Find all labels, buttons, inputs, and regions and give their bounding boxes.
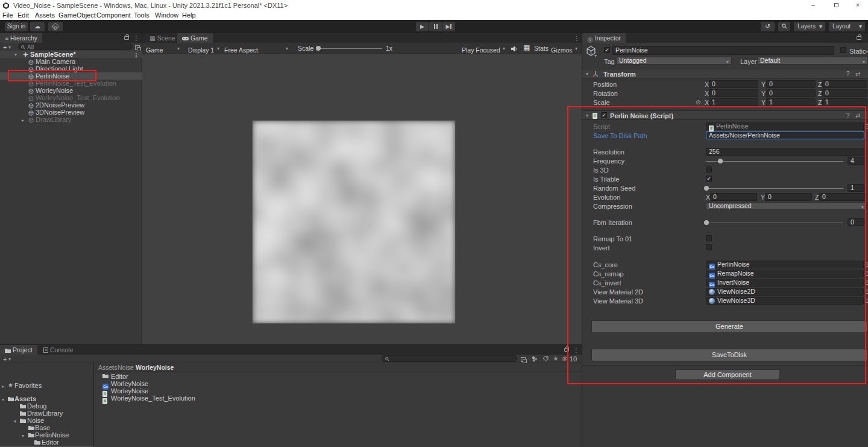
pause-button[interactable] (429, 22, 442, 31)
layout-dropdown[interactable]: Layout▾ (829, 22, 865, 31)
view-material-2d-object-field[interactable]: ViewNoise2D (706, 288, 864, 296)
view-material-3d-object-field[interactable]: ViewNoise3D (706, 297, 864, 305)
object-picker-icon[interactable]: ⊙ (864, 261, 868, 268)
tab-hierarchy[interactable]: ≡ Hierarchy (0, 33, 42, 43)
help-icon[interactable]: ? (846, 71, 850, 77)
hidden-count-icon[interactable] (562, 356, 568, 361)
evolution-y-field[interactable]: 0 (765, 193, 812, 201)
scene-row[interactable]: ▾ SampleScene* ⋮ (0, 51, 142, 58)
add-object-button[interactable]: + (3, 43, 7, 51)
hierarchy-item-2dnoisepreview[interactable]: 2DNoisePreview (0, 101, 142, 109)
compression-dropdown[interactable]: Uncompressed▾ (706, 202, 867, 210)
menu-file[interactable]: File (2, 11, 13, 19)
search-in-assets-icon[interactable] (521, 357, 526, 362)
script-menu-icon[interactable]: ⋮ (866, 112, 868, 121)
y-value-field[interactable]: 0 (766, 80, 816, 88)
asset-bundle-icon[interactable] (532, 356, 538, 362)
project-menu-icon[interactable]: ⋮ (573, 346, 579, 355)
resolution-text-field[interactable]: 256 (706, 148, 864, 156)
file-item-worleynoise_test_evolution[interactable]: #WorleyNoise_Test_Evolution (95, 395, 582, 402)
x-value-field[interactable]: 0 (709, 80, 758, 88)
hierarchy-item-perlinnoise[interactable]: PerlinNoise (0, 72, 142, 80)
favorites-star-icon[interactable]: ★ (553, 355, 559, 363)
remap-to-01-checkbox[interactable] (706, 235, 712, 241)
cs-remap-object-field[interactable]: CsRemapNoise (706, 270, 864, 277)
scene-picking-icon[interactable] (135, 45, 140, 50)
object-picker-icon[interactable]: ⊙ (864, 297, 868, 305)
tree-item-perlinnoise[interactable]: ▾PerlinNoise (0, 431, 94, 439)
tab-inspector[interactable]: i Inspector (582, 33, 626, 43)
is-tilable-checkbox[interactable]: ✓ (706, 176, 712, 182)
lock-icon[interactable] (857, 36, 861, 40)
cs-invert-object-field[interactable]: CsInvertNoise (706, 279, 864, 287)
tree-item-assets[interactable]: ▾Assets (0, 395, 94, 402)
static-dropdown-icon[interactable]: ▾ (866, 49, 868, 54)
x-value-field[interactable]: 0 (709, 89, 758, 97)
breadcrumb-current[interactable]: WorleyNoise (136, 364, 174, 371)
object-picker-icon[interactable]: ⊙ (864, 279, 868, 287)
fbm-iteration-value-field[interactable]: 0 (848, 218, 864, 226)
step-button[interactable]: ▶ (442, 22, 455, 31)
foldout-open-icon[interactable]: ▾ (586, 71, 588, 77)
tab-scene[interactable]: ▦ Scene (145, 33, 180, 43)
scale-link-icon[interactable]: ⊘ (696, 99, 700, 106)
sign-in-button[interactable]: Sign in (5, 22, 28, 31)
transform-header[interactable]: ▾ Transform ? ⇄ ⋮ (582, 69, 868, 78)
z-value-field[interactable]: 0 (822, 89, 867, 97)
hierarchy-search-input[interactable]: All (18, 43, 133, 50)
hierarchy-item-perlinnoise_test_evolution[interactable]: PerlinNoise_Test_Evolution (0, 80, 142, 87)
search-toolbar-button[interactable] (778, 22, 790, 31)
frequency-slider[interactable] (706, 161, 843, 162)
save-to-disk-button[interactable]: SaveToDisk (591, 349, 867, 361)
y-value-field[interactable]: 1 (766, 98, 816, 106)
tab-game[interactable]: Game (177, 33, 213, 43)
hierarchy-item-drawlibrary[interactable]: ▸DrawLibrary (0, 116, 142, 123)
add-component-button[interactable]: Add Component (675, 369, 780, 380)
menu-assets[interactable]: Assets (35, 11, 55, 19)
layers-dropdown[interactable]: Layers▾ (794, 22, 825, 31)
tree-item-editor[interactable]: Editor (0, 439, 94, 446)
presets-icon[interactable]: ⇄ (855, 71, 860, 77)
menu-edit[interactable]: Edit (17, 11, 29, 19)
is-3d-checkbox[interactable] (706, 166, 712, 173)
help-icon[interactable]: ? (846, 112, 850, 119)
menu-help[interactable]: Help (182, 11, 196, 19)
close-button[interactable]: × (849, 0, 867, 10)
tree-item-base[interactable]: Base (0, 424, 94, 431)
random-seed-value-field[interactable]: 1 (848, 184, 864, 192)
random-seed-slider[interactable] (706, 188, 843, 189)
game-menu-icon[interactable]: ⋮ (574, 34, 580, 43)
lock-icon[interactable] (124, 36, 129, 40)
project-search-input[interactable] (382, 355, 517, 362)
y-value-field[interactable]: 0 (766, 89, 816, 97)
lock-icon[interactable] (564, 348, 569, 352)
label-tag-icon[interactable] (542, 356, 549, 362)
hierarchy-item-worleynoise_test_evolution[interactable]: WorleyNoise_Test_Evolution (0, 94, 142, 101)
hierarchy-item-main camera[interactable]: Main Camera (0, 58, 142, 65)
minimize-button[interactable]: – (804, 0, 822, 10)
tree-item-drawlibrary[interactable]: DrawLibrary (0, 410, 94, 417)
script-object-field[interactable]: #PerlinNoise (706, 122, 864, 130)
tree-item-favorites[interactable]: ▸★Favorites (0, 382, 94, 389)
file-item-worleynoise[interactable]: #WorleyNoise (95, 387, 582, 395)
object-picker-icon[interactable]: ⊙ (864, 270, 868, 277)
scale-slider-knob[interactable] (316, 46, 321, 51)
static-checkbox[interactable] (840, 47, 846, 53)
create-asset-button[interactable]: + (3, 355, 7, 363)
random-seed-slider-knob[interactable] (704, 186, 709, 191)
file-item-worleynoise[interactable]: CsWorleyNoise (95, 380, 582, 387)
save-to-disk-path-text-field[interactable]: Assets/Noise/PerlinNoise (706, 132, 864, 139)
menu-tools[interactable]: Tools (134, 11, 149, 19)
tree-item-debug[interactable]: Debug (0, 402, 94, 410)
add-object-dropdown-icon[interactable]: ▾ (8, 45, 11, 50)
cs-core-object-field[interactable]: CsPerlinNoise (706, 261, 864, 268)
create-asset-dropdown-icon[interactable]: ▾ (8, 357, 11, 362)
menu-component[interactable]: Component (96, 11, 131, 19)
hierarchy-item-directional light[interactable]: Directional Light (0, 65, 142, 72)
object-picker-icon[interactable]: ⊙ (864, 288, 868, 296)
tab-console[interactable]: Console (39, 345, 78, 355)
script-enabled-checkbox[interactable]: ✓ (601, 112, 607, 118)
fbm-iteration-slider-knob[interactable] (704, 220, 709, 225)
tag-dropdown[interactable]: Untagged▾ (616, 57, 732, 65)
presets-icon[interactable]: ⇄ (855, 112, 860, 119)
